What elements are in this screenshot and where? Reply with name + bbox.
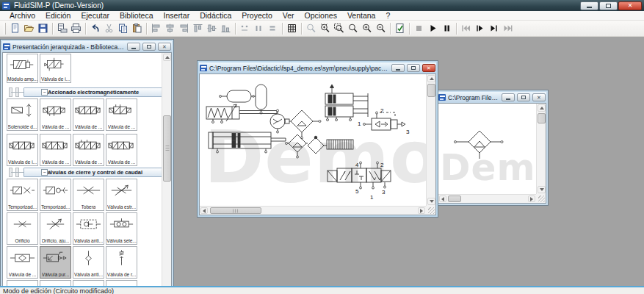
library-component[interactable]: Válvula sele... bbox=[106, 212, 137, 245]
grid-icon[interactable] bbox=[285, 21, 299, 35]
library-component[interactable]: Válvula de ... bbox=[40, 98, 71, 131]
zoom-area-icon[interactable] bbox=[332, 21, 346, 35]
align-bottom-icon[interactable] bbox=[219, 21, 233, 35]
simulate-to-change-icon[interactable] bbox=[487, 21, 501, 35]
preview-symbol-filter[interactable] bbox=[438, 104, 538, 194]
align-right-icon[interactable] bbox=[177, 21, 191, 35]
symbol-spring-cylinder[interactable] bbox=[206, 104, 277, 123]
library-component[interactable]: Temporizad... bbox=[40, 179, 71, 211]
symbol-tandem-cylinder[interactable] bbox=[325, 85, 368, 121]
library-window-titlebar[interactable]: Presentación jerarquizada - Biblioteca d… bbox=[2, 41, 172, 52]
circuit-check-icon[interactable] bbox=[393, 21, 407, 35]
symbol-filter-dryer-group[interactable] bbox=[286, 135, 354, 158]
symbol-double-acting-cylinder[interactable] bbox=[209, 132, 286, 153]
library-component[interactable] bbox=[106, 280, 137, 286]
stop-icon[interactable] bbox=[412, 21, 426, 35]
library-component[interactable]: Válvula estr... bbox=[106, 179, 137, 211]
symbol-53-way-valve[interactable]: 4 2 5 3 1 bbox=[328, 162, 391, 201]
distribute-v-icon[interactable] bbox=[252, 21, 266, 35]
library-component[interactable] bbox=[73, 280, 104, 286]
zoom-in-icon[interactable] bbox=[360, 21, 374, 35]
menu-ejecutar[interactable]: Ejecutar bbox=[76, 11, 115, 21]
circuit-window-titlebar[interactable]: C:\Program Files\Didactic\fsp4_demo.es\s… bbox=[199, 62, 436, 74]
library-component[interactable]: Válvula de ... bbox=[7, 246, 38, 279]
align-left-icon[interactable] bbox=[149, 21, 163, 35]
menu-archivo[interactable]: Archivo bbox=[4, 11, 40, 21]
menu-biblioteca[interactable]: Biblioteca bbox=[115, 11, 159, 21]
single-step-icon[interactable] bbox=[473, 21, 487, 35]
menu-insertar[interactable]: Insertar bbox=[159, 11, 195, 21]
circuit-canvas[interactable]: Demo bbox=[199, 74, 436, 215]
play-icon[interactable] bbox=[426, 21, 440, 35]
circuit-maximize-button[interactable] bbox=[407, 64, 420, 72]
menu-didactica[interactable]: Didáctica bbox=[195, 11, 236, 21]
library-vertical-scrollbar[interactable] bbox=[162, 53, 171, 286]
library-component[interactable]: Válvula de i... bbox=[7, 134, 38, 166]
new-icon[interactable] bbox=[8, 21, 22, 35]
zoom-icon[interactable] bbox=[304, 21, 318, 35]
circuit-close-button[interactable]: ✕ bbox=[422, 64, 435, 72]
symbol-air-reservoirs[interactable] bbox=[220, 85, 267, 114]
menu-opciones[interactable]: Opciones bbox=[300, 11, 342, 21]
preview-canvas[interactable]: Demo bbox=[438, 103, 546, 204]
library-component[interactable]: Temporizad... bbox=[7, 179, 38, 211]
circuit-window[interactable]: C:\Program Files\Didactic\fsp4_demo.es\s… bbox=[197, 60, 438, 218]
library-component[interactable]: Orificio bbox=[7, 212, 38, 245]
app-titlebar[interactable]: FluidSIM-P (Demo-Version) ✕ bbox=[0, 0, 644, 11]
menu-proyecto[interactable]: Proyecto bbox=[236, 11, 277, 21]
preview-maximize-button[interactable] bbox=[517, 93, 530, 101]
copy-icon[interactable] bbox=[116, 21, 130, 35]
distribute-h-icon[interactable] bbox=[238, 21, 252, 35]
preview-window-titlebar[interactable]: C:\Program Files\... ✕ bbox=[438, 92, 546, 103]
fast-forward-icon[interactable] bbox=[501, 21, 515, 35]
library-component[interactable]: Válvula de ... bbox=[73, 98, 104, 131]
library-component[interactable]: Válvula de r... bbox=[106, 246, 137, 279]
circuit-resize-grip[interactable] bbox=[426, 206, 435, 215]
align-top-icon[interactable] bbox=[191, 21, 205, 35]
minimize-button[interactable] bbox=[580, 1, 598, 10]
library-component[interactable] bbox=[40, 280, 71, 286]
open-icon[interactable] bbox=[22, 21, 36, 35]
zoom-fit-icon[interactable] bbox=[318, 21, 332, 35]
symbol-quick-exhaust-valve[interactable]: 1 2 3 bbox=[358, 107, 410, 135]
preview-window[interactable]: C:\Program Files\... ✕ Demo bbox=[435, 90, 549, 206]
distribute-grid-icon[interactable] bbox=[266, 21, 280, 35]
restore-button[interactable] bbox=[599, 1, 618, 10]
library-window[interactable]: Presentación jerarquizada - Biblioteca d… bbox=[0, 39, 174, 286]
undo-icon[interactable] bbox=[88, 21, 102, 35]
save-icon[interactable] bbox=[36, 21, 50, 35]
preview-close-button[interactable]: ✕ bbox=[532, 93, 546, 101]
library-component[interactable]: Válvula de ... bbox=[40, 134, 71, 166]
library-minimize-button[interactable] bbox=[127, 43, 140, 51]
preview-horizontal-scrollbar[interactable] bbox=[438, 194, 536, 203]
library-maximize-button[interactable] bbox=[142, 43, 156, 51]
menu-ver[interactable]: Ver bbox=[278, 11, 300, 21]
library-component[interactable]: Válvula de ... bbox=[106, 134, 137, 166]
circuit-vertical-scrollbar[interactable] bbox=[426, 74, 435, 206]
align-middle-icon[interactable] bbox=[205, 21, 219, 35]
menu-edicion[interactable]: Edición bbox=[40, 11, 76, 21]
library-component[interactable]: Orificio, aju... bbox=[40, 212, 71, 245]
toolbar-gripper[interactable] bbox=[4, 23, 6, 35]
preview-minimize-button[interactable] bbox=[502, 93, 515, 101]
library-component[interactable]: Solenoide d... bbox=[7, 98, 38, 131]
collapse-toggle-icon[interactable]: − bbox=[41, 89, 48, 96]
print-icon[interactable] bbox=[69, 21, 83, 35]
pause-icon[interactable] bbox=[440, 21, 454, 35]
zoom-out-icon[interactable] bbox=[374, 21, 388, 35]
library-component[interactable]: Módulo amp... bbox=[7, 54, 38, 83]
library-component[interactable]: Válvula anti... bbox=[73, 246, 104, 279]
library-component[interactable]: Válvula anti... bbox=[73, 212, 104, 245]
menu-ventana[interactable]: Ventana bbox=[342, 11, 381, 21]
library-component[interactable]: Tobera bbox=[73, 179, 104, 211]
library-component[interactable]: Válvula de i... bbox=[40, 54, 71, 83]
library-component[interactable] bbox=[7, 280, 38, 286]
collapse-toggle-icon[interactable]: − bbox=[41, 169, 48, 176]
align-center-icon[interactable] bbox=[163, 21, 177, 35]
symbol-pump-filter[interactable] bbox=[270, 110, 321, 139]
library-close-button[interactable]: ✕ bbox=[158, 43, 171, 51]
paste-icon[interactable] bbox=[130, 21, 144, 35]
page-setup-icon[interactable] bbox=[55, 21, 69, 35]
preview-vertical-scrollbar[interactable] bbox=[536, 104, 546, 194]
preview-resize-grip[interactable] bbox=[536, 194, 546, 203]
